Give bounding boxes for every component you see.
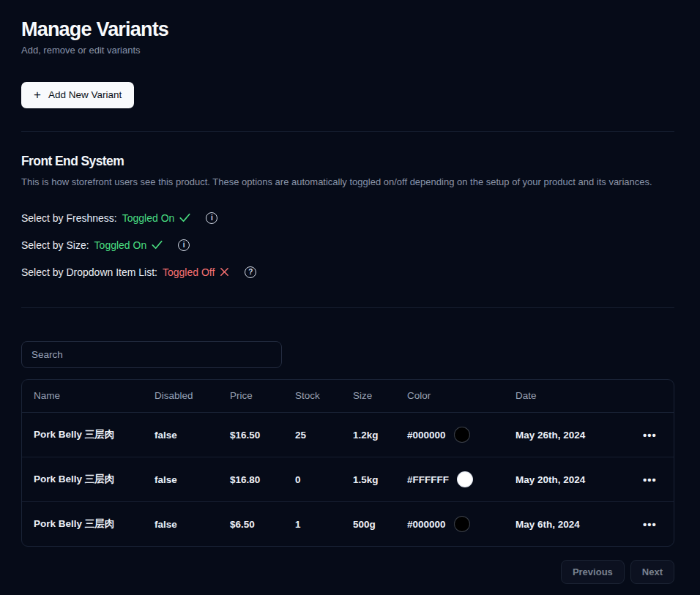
search-input[interactable] [21,341,282,368]
more-actions-button[interactable]: ••• [638,427,661,444]
column-header-date: Date [504,380,627,413]
manage-variants-page: Manage Variants Add, remove or edit vari… [0,0,700,595]
cell-name: Pork Belly 三层肉 [22,502,143,547]
cell-size: 1.5kg [341,457,395,502]
column-header-color: Color [395,380,504,413]
variants-table-header: Name Disabled Price Stock Size Color Dat… [22,380,674,413]
toggle-row-dropdown-item-list: Select by Dropdown Item List: Toggled Of… [21,263,674,281]
color-swatch-icon [457,471,473,487]
cell-color-text: #FFFFFF [407,474,449,485]
column-header-price: Price [218,380,283,413]
column-header-name: Name [22,380,143,413]
front-end-system-description: This is how storefront users see this pr… [21,174,674,190]
table-row[interactable]: Pork Belly 三层肉 false $16.50 25 1.2kg #00… [22,413,674,457]
toggle-label: Select by Freshness: [21,212,117,224]
toggle-row-freshness: Select by Freshness: Toggled On i [21,209,674,227]
toggle-status-value: Toggled Off [163,266,215,278]
color-swatch-icon [454,427,470,443]
cell-price: $16.80 [218,457,283,502]
page-subtitle: Add, remove or edit variants [21,45,674,56]
cell-color-text: #000000 [407,430,446,441]
plus-icon: + [34,89,41,101]
next-page-button[interactable]: Next [630,560,674,584]
cell-size: 1.2kg [341,413,395,457]
table-row[interactable]: Pork Belly 三层肉 false $16.80 0 1.5kg #FFF… [22,457,674,502]
cell-name: Pork Belly 三层肉 [22,457,143,502]
x-icon [218,266,231,278]
variants-table: Name Disabled Price Stock Size Color Dat… [21,379,674,547]
toggle-label: Select by Size: [21,239,89,251]
column-header-disabled: Disabled [143,380,218,413]
info-icon[interactable]: i [178,239,190,251]
variants-table-body: Pork Belly 三层肉 false $16.50 25 1.2kg #00… [22,413,674,547]
cell-stock: 1 [283,502,341,547]
toggle-label: Select by Dropdown Item List: [21,266,157,278]
page-title: Manage Variants [21,19,674,41]
toggle-row-size: Select by Size: Toggled On i [21,236,674,254]
column-header-size: Size [341,380,395,413]
color-swatch-icon [454,516,470,532]
table-row[interactable]: Pork Belly 三层肉 false $6.50 1 500g #00000… [22,502,674,547]
add-new-variant-button[interactable]: + Add New Variant [21,82,134,108]
cell-price: $6.50 [218,502,283,547]
cell-date: May 26th, 2024 [504,413,627,457]
cell-size: 500g [341,502,395,547]
check-icon [178,211,192,225]
front-end-system-heading: Front End System [21,154,674,169]
section-divider-bottom [21,307,674,308]
cell-name: Pork Belly 三层肉 [22,413,143,457]
cell-price: $16.50 [218,413,283,457]
more-actions-button[interactable]: ••• [638,516,661,533]
section-divider-top [21,131,674,132]
pagination: Previous Next [21,560,674,584]
previous-page-button[interactable]: Previous [561,560,625,584]
cell-color-text: #000000 [407,519,446,530]
cell-disabled: false [143,502,218,547]
toggle-status-value: Toggled On [94,239,147,251]
more-actions-button[interactable]: ••• [638,471,661,488]
column-header-actions [627,380,674,413]
add-new-variant-label: Add New Variant [48,89,122,100]
toggle-status-value: Toggled On [122,212,175,224]
cell-disabled: false [143,413,218,457]
cell-date: May 20th, 2024 [504,457,627,502]
cell-disabled: false [143,457,218,502]
toggle-status-list: Select by Freshness: Toggled On i Select… [21,209,674,281]
info-icon[interactable]: i [206,212,217,224]
cell-stock: 0 [283,457,341,502]
check-icon [150,238,164,252]
help-icon[interactable]: ? [245,266,256,278]
column-header-stock: Stock [283,380,341,413]
cell-date: May 6th, 2024 [504,502,627,547]
cell-stock: 25 [283,413,341,457]
